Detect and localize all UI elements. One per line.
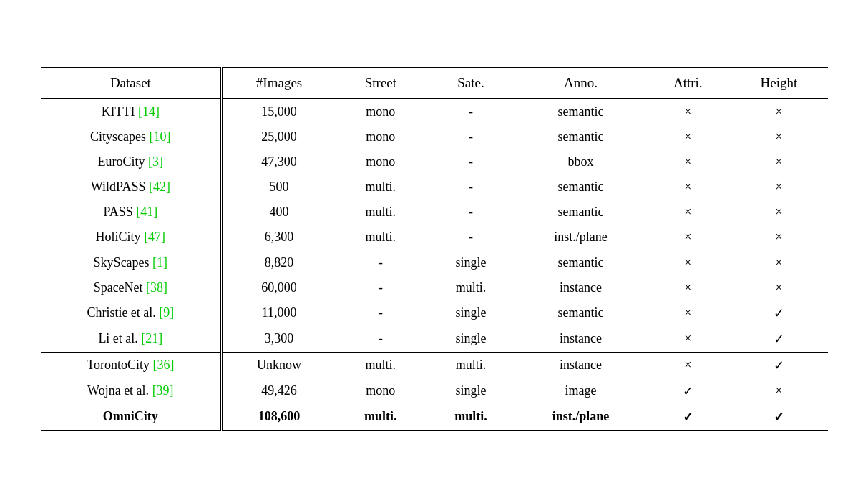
cell-images: 11,000 <box>222 300 336 326</box>
cell-sate: multi. <box>426 352 516 378</box>
table-row: TorontoCity [36]Unknowmulti.multi.instan… <box>41 352 828 378</box>
ref-link: [9] <box>159 305 174 320</box>
cell-images: Unknow <box>222 352 336 378</box>
cell-attri: × <box>645 352 730 378</box>
cell-street: multi. <box>336 404 426 430</box>
cell-dataset: PASS [41] <box>41 200 222 225</box>
ref-link: [21] <box>141 331 162 345</box>
cell-attri: × <box>645 149 730 174</box>
ref-link: [42] <box>149 179 170 194</box>
cell-height: × <box>730 250 827 275</box>
table-row: HoliCity [47]6,300multi.-inst./plane×× <box>41 225 828 250</box>
cell-anno: instance <box>516 275 645 300</box>
header-row: Dataset #Images Street Sate. Anno. Attri… <box>41 67 828 99</box>
header-dataset: Dataset <box>41 67 222 99</box>
cell-street: mono <box>336 149 426 174</box>
cell-images: 6,300 <box>222 225 336 250</box>
header-street: Street <box>336 67 426 99</box>
ref-link: [39] <box>152 383 174 398</box>
cell-images: 25,000 <box>222 124 336 149</box>
cell-height: ✓ <box>730 404 827 430</box>
header-attri: Attri. <box>645 67 730 99</box>
cell-dataset: SkyScapes [1] <box>41 250 222 275</box>
cell-attri: ✓ <box>645 404 730 430</box>
cell-height: ✓ <box>730 300 827 326</box>
cell-sate: - <box>426 124 516 149</box>
ref-link: [1] <box>152 255 167 270</box>
table-row: EuroCity [3]47,300mono-bbox×× <box>41 149 828 174</box>
cell-dataset: Christie et al. [9] <box>41 300 222 326</box>
cell-attri: × <box>645 275 730 300</box>
cell-sate: single <box>426 378 516 404</box>
cell-attri: × <box>645 99 730 124</box>
cell-height: × <box>730 275 827 300</box>
table-row: SpaceNet [38]60,000-multi.instance×× <box>41 275 828 300</box>
cell-anno: inst./plane <box>516 225 645 250</box>
table-row: WildPASS [42]500multi.-semantic×× <box>41 174 828 200</box>
ref-link: [47] <box>144 230 165 244</box>
cell-height: ✓ <box>730 326 827 353</box>
cell-street: - <box>336 250 426 275</box>
cell-attri: × <box>645 124 730 149</box>
cell-sate: - <box>426 225 516 250</box>
table-container: Dataset #Images Street Sate. Anno. Attri… <box>41 67 828 431</box>
cell-sate: multi. <box>426 404 516 430</box>
cell-anno: image <box>516 378 645 404</box>
cell-attri: × <box>645 200 730 225</box>
cell-anno: inst./plane <box>516 404 645 430</box>
cell-attri: × <box>645 225 730 250</box>
cell-dataset: KITTI [14] <box>41 99 222 124</box>
cell-sate: - <box>426 174 516 200</box>
header-height: Height <box>730 67 827 99</box>
cell-street: multi. <box>336 352 426 378</box>
cell-anno: semantic <box>516 99 645 124</box>
cell-street: - <box>336 300 426 326</box>
cell-sate: single <box>426 250 516 275</box>
cell-street: multi. <box>336 200 426 225</box>
cell-dataset: WildPASS [42] <box>41 174 222 200</box>
ref-link: [38] <box>146 280 167 295</box>
cell-attri: ✓ <box>645 378 730 404</box>
cell-height: × <box>730 174 827 200</box>
cell-dataset: EuroCity [3] <box>41 149 222 174</box>
header-images: #Images <box>222 67 336 99</box>
cell-images: 15,000 <box>222 99 336 124</box>
cell-dataset: Wojna et al. [39] <box>41 378 222 404</box>
table-row: Wojna et al. [39]49,426monosingleimage✓× <box>41 378 828 404</box>
cell-height: × <box>730 200 827 225</box>
cell-dataset: SpaceNet [38] <box>41 275 222 300</box>
table-row: KITTI [14]15,000mono-semantic×× <box>41 99 828 124</box>
cell-dataset: HoliCity [47] <box>41 225 222 250</box>
cell-street: mono <box>336 378 426 404</box>
cell-anno: semantic <box>516 250 645 275</box>
table-row: Christie et al. [9]11,000-singlesemantic… <box>41 300 828 326</box>
cell-attri: × <box>645 326 730 353</box>
cell-height: × <box>730 149 827 174</box>
cell-anno: bbox <box>516 149 645 174</box>
cell-images: 400 <box>222 200 336 225</box>
cell-dataset: Li et al. [21] <box>41 326 222 353</box>
cell-sate: - <box>426 99 516 124</box>
cell-anno: semantic <box>516 174 645 200</box>
cell-street: multi. <box>336 174 426 200</box>
header-sate: Sate. <box>426 67 516 99</box>
cell-dataset: OmniCity <box>41 404 222 430</box>
cell-street: multi. <box>336 225 426 250</box>
cell-anno: instance <box>516 326 645 353</box>
cell-images: 60,000 <box>222 275 336 300</box>
ref-link: [41] <box>136 205 157 219</box>
cell-images: 500 <box>222 174 336 200</box>
cell-height: × <box>730 378 827 404</box>
header-anno: Anno. <box>516 67 645 99</box>
cell-dataset: TorontoCity [36] <box>41 352 222 378</box>
cell-street: - <box>336 326 426 353</box>
cell-street: mono <box>336 99 426 124</box>
cell-attri: × <box>645 300 730 326</box>
cell-height: × <box>730 99 827 124</box>
table-row: PASS [41]400multi.-semantic×× <box>41 200 828 225</box>
cell-sate: multi. <box>426 275 516 300</box>
table-row: Cityscapes [10]25,000mono-semantic×× <box>41 124 828 149</box>
ref-link: [36] <box>152 358 174 372</box>
cell-dataset: Cityscapes [10] <box>41 124 222 149</box>
cell-height: × <box>730 124 827 149</box>
